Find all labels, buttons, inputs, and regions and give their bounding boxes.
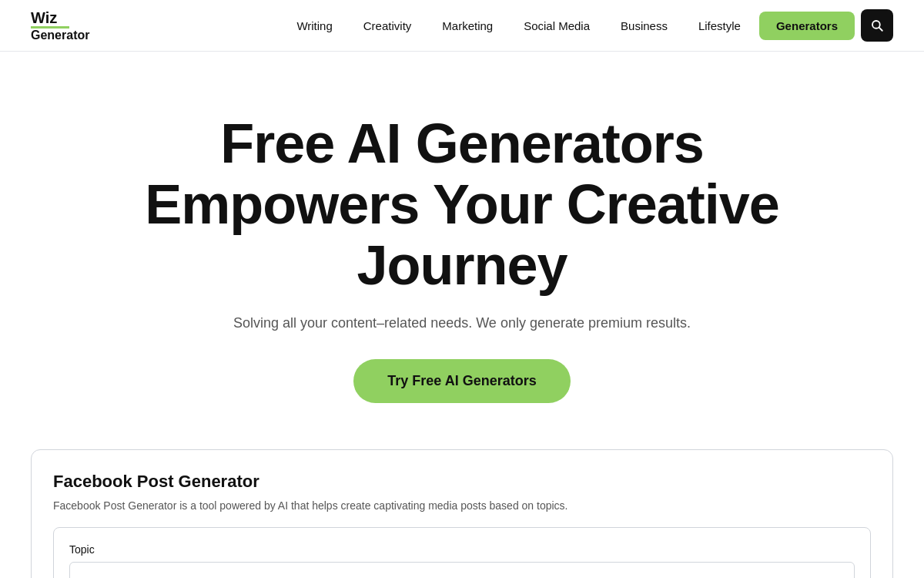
header: Wiz Generator Writing Creativity Marketi… (0, 0, 924, 52)
nav-link-business[interactable]: Business (608, 13, 680, 39)
nav-link-lifestyle[interactable]: Lifestyle (686, 13, 753, 39)
generators-button[interactable]: Generators (759, 12, 855, 40)
card-title: Facebook Post Generator (53, 472, 871, 492)
card-inner: Topic Submit AI Result (53, 527, 871, 578)
svg-line-1 (879, 28, 882, 31)
nav-link-marketing[interactable]: Marketing (430, 13, 505, 39)
search-button[interactable] (861, 9, 893, 42)
nav-link-creativity[interactable]: Creativity (351, 13, 424, 39)
card-section: Facebook Post Generator Facebook Post Ge… (0, 449, 924, 578)
topic-input[interactable] (69, 562, 855, 578)
hero-title: Free AI Generators Empowers Your Creativ… (116, 113, 808, 297)
nav-link-writing[interactable]: Writing (284, 13, 344, 39)
main-nav: Writing Creativity Marketing Social Medi… (284, 9, 893, 42)
search-icon (870, 18, 884, 32)
hero-subtitle: Solving all your content–related needs. … (233, 315, 691, 331)
logo-top: Wiz (31, 10, 89, 25)
facebook-post-generator-card: Facebook Post Generator Facebook Post Ge… (31, 449, 893, 578)
card-description: Facebook Post Generator is a tool powere… (53, 499, 871, 512)
logo-bottom: Generator (31, 29, 89, 42)
topic-label: Topic (69, 543, 855, 556)
logo[interactable]: Wiz Generator (31, 10, 89, 42)
hero-cta-button[interactable]: Try Free AI Generators (353, 359, 570, 403)
hero-section: Free AI Generators Empowers Your Creativ… (0, 52, 924, 449)
nav-link-social-media[interactable]: Social Media (511, 13, 602, 39)
